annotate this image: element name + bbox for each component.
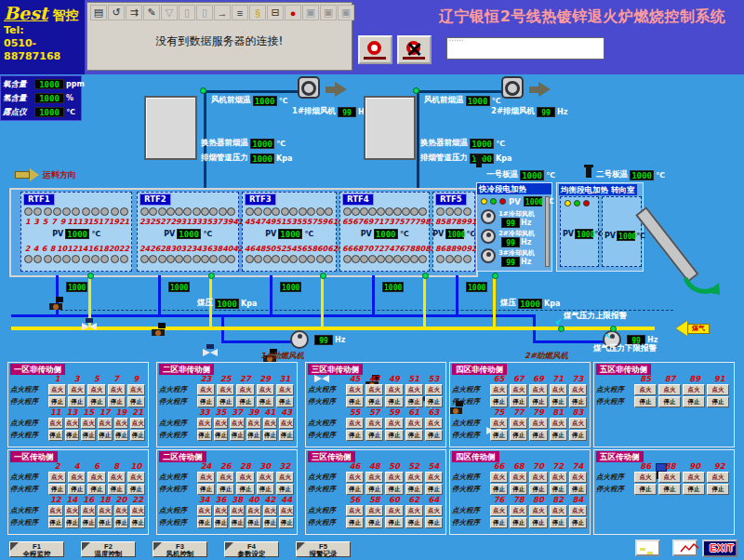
ignite-button[interactable]: 点火 xyxy=(634,384,657,395)
ignite-button[interactable]: 点火 xyxy=(279,505,294,516)
ignite-button[interactable]: 点火 xyxy=(263,505,278,516)
ignite-button[interactable]: 点火 xyxy=(48,384,66,395)
refresh-icon[interactable]: ↺ xyxy=(108,5,125,20)
ignite-button[interactable]: 点火 xyxy=(98,418,113,429)
stop-button[interactable]: 停止 xyxy=(658,396,681,407)
ignite-button[interactable]: 点火 xyxy=(529,505,547,516)
stop-button[interactable]: 停止 xyxy=(365,430,383,441)
stop-button[interactable]: 停止 xyxy=(529,430,547,441)
ignite-button[interactable]: 点火 xyxy=(346,384,364,395)
stop-button[interactable]: 停止 xyxy=(246,517,261,528)
ignite-button[interactable]: 点火 xyxy=(569,505,587,516)
ignite-button[interactable]: 点火 xyxy=(707,384,729,395)
stop-button[interactable]: 停止 xyxy=(529,517,547,528)
stop-button[interactable]: 停止 xyxy=(98,430,113,441)
fkey-button-f1[interactable]: F1全程监控 xyxy=(9,541,64,557)
ignite-button[interactable]: 点火 xyxy=(550,418,567,429)
stop-button[interactable]: 停止 xyxy=(490,517,508,528)
stop-button[interactable]: 停止 xyxy=(346,484,364,495)
report-table-button[interactable] xyxy=(635,540,660,556)
ignite-button[interactable]: 点火 xyxy=(346,418,364,429)
stop-button[interactable]: 停止 xyxy=(257,484,274,495)
stop-button[interactable]: 停止 xyxy=(634,396,657,407)
ignite-button[interactable]: 点火 xyxy=(510,418,527,429)
edit-icon[interactable]: ✎ xyxy=(143,5,160,20)
stop-button[interactable]: 停止 xyxy=(114,430,129,441)
ignite-button[interactable]: 点火 xyxy=(550,472,567,483)
ignite-button[interactable]: 点火 xyxy=(425,418,443,429)
stop-button[interactable]: 停止 xyxy=(405,430,423,441)
stop-button[interactable]: 停止 xyxy=(365,484,383,495)
stop-button[interactable]: 停止 xyxy=(197,517,212,528)
trend-chart-button[interactable] xyxy=(672,540,698,556)
ignite-button[interactable]: 点火 xyxy=(263,418,278,429)
stop-button[interactable]: 停止 xyxy=(236,484,254,495)
stop-button[interactable]: 停止 xyxy=(48,484,66,495)
pages-icon[interactable]: ⇉ xyxy=(126,5,142,20)
stop-button[interactable]: 停止 xyxy=(130,430,145,441)
alarm-lamp-icon[interactable]: ● xyxy=(285,5,301,20)
ignite-button[interactable]: 点火 xyxy=(529,472,547,483)
ignite-button[interactable]: 点火 xyxy=(230,418,245,429)
stop-button[interactable]: 停止 xyxy=(98,517,113,528)
stop-button[interactable]: 停止 xyxy=(658,484,681,495)
stop-button[interactable]: 停止 xyxy=(217,396,234,407)
ignite-button[interactable]: 点火 xyxy=(529,384,547,395)
stop-button[interactable]: 停止 xyxy=(510,430,527,441)
ignite-button[interactable]: 点火 xyxy=(510,505,527,516)
stop-button[interactable]: 停止 xyxy=(510,484,527,495)
ignite-button[interactable]: 点火 xyxy=(346,472,364,483)
ignite-button[interactable]: 点火 xyxy=(425,472,443,483)
ignite-button[interactable]: 点火 xyxy=(236,472,254,483)
ignite-button[interactable]: 点火 xyxy=(510,472,527,483)
stop-button[interactable]: 停止 xyxy=(197,484,215,495)
stop-button[interactable]: 停止 xyxy=(108,484,126,495)
ignite-button[interactable]: 点火 xyxy=(276,472,294,483)
ignite-button[interactable]: 点火 xyxy=(48,472,66,483)
stop-button[interactable]: 停止 xyxy=(365,396,383,407)
stop-button[interactable]: 停止 xyxy=(214,430,229,441)
ignite-button[interactable]: 点火 xyxy=(683,384,705,395)
stop-button[interactable]: 停止 xyxy=(405,484,423,495)
ignite-button[interactable]: 点火 xyxy=(197,505,212,516)
stop-button[interactable]: 停止 xyxy=(405,517,423,528)
stop-button[interactable]: 停止 xyxy=(346,430,364,441)
stop-button[interactable]: 停止 xyxy=(385,484,403,495)
ignite-button[interactable]: 点火 xyxy=(217,472,234,483)
stop-button[interactable]: 停止 xyxy=(263,517,278,528)
stop-button[interactable]: 停止 xyxy=(127,396,145,407)
alarm-off-button[interactable]: ✕ xyxy=(397,35,432,64)
stop-button[interactable]: 停止 xyxy=(683,396,705,407)
fkey-button-f5[interactable]: F5报警记录 xyxy=(296,541,351,557)
stop-button[interactable]: 停止 xyxy=(276,396,294,407)
stop-button[interactable]: 停止 xyxy=(276,484,294,495)
ignite-button[interactable]: 点火 xyxy=(114,505,129,516)
ignite-button[interactable]: 点火 xyxy=(214,418,229,429)
stop-button[interactable]: 停止 xyxy=(279,430,294,441)
ignite-button[interactable]: 点火 xyxy=(385,505,403,516)
stop-button[interactable]: 停止 xyxy=(230,430,245,441)
stop-button[interactable]: 停止 xyxy=(550,484,567,495)
notebook-icon[interactable]: ▤ xyxy=(90,5,107,20)
stop-button[interactable]: 停止 xyxy=(87,484,105,495)
stop-button[interactable]: 停止 xyxy=(279,517,294,528)
stop-button[interactable]: 停止 xyxy=(114,517,129,528)
ignite-button[interactable]: 点火 xyxy=(385,472,403,483)
stop-button[interactable]: 停止 xyxy=(490,396,508,407)
stop-button[interactable]: 停止 xyxy=(490,484,508,495)
stop-button[interactable]: 停止 xyxy=(510,396,527,407)
fkey-button-f3[interactable]: F3风机控制 xyxy=(153,541,207,557)
stop-button[interactable]: 停止 xyxy=(81,517,96,528)
ignite-button[interactable]: 点火 xyxy=(425,384,443,395)
ignite-button[interactable]: 点火 xyxy=(490,505,508,516)
stop-button[interactable]: 停止 xyxy=(81,430,96,441)
ignite-button[interactable]: 点火 xyxy=(98,505,113,516)
list-icon[interactable]: ≡ xyxy=(232,5,248,20)
ignite-button[interactable]: 点火 xyxy=(279,418,294,429)
ignite-button[interactable]: 点火 xyxy=(405,384,423,395)
ignite-button[interactable]: 点火 xyxy=(365,472,383,483)
stop-button[interactable]: 停止 xyxy=(634,484,657,495)
ignite-button[interactable]: 点火 xyxy=(114,418,129,429)
ignite-button[interactable]: 点火 xyxy=(108,472,126,483)
ignite-button[interactable]: 点火 xyxy=(707,472,729,483)
